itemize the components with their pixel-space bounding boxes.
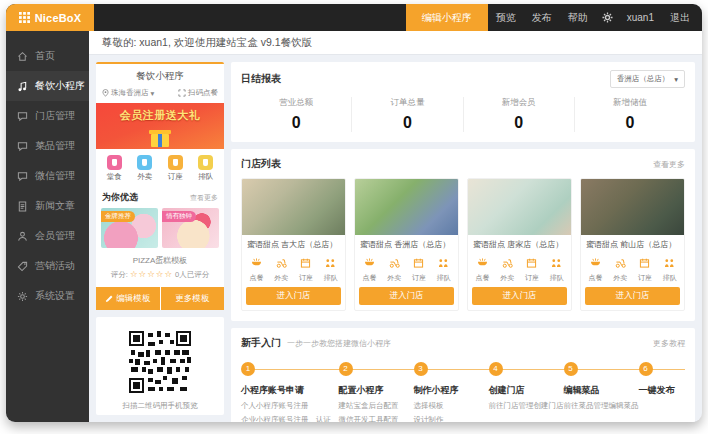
sidebar-item-restaurant-miniprogram[interactable]: 餐饮小程序 xyxy=(6,71,89,101)
location-pin-icon xyxy=(102,89,109,97)
step-number-badge: 4 xyxy=(489,362,503,376)
product-image-cake[interactable]: 情有独钟 xyxy=(162,208,219,248)
store-feature-order[interactable]: 点餐 xyxy=(357,254,382,283)
stores-title: 门店列表 xyxy=(241,157,281,171)
location-selector[interactable]: 珠海香洲店 ▾ xyxy=(102,88,154,98)
gear-icon xyxy=(602,12,613,23)
scan-icon xyxy=(178,89,186,97)
queue-people-icon xyxy=(438,258,449,268)
logout-link[interactable]: 退出 xyxy=(662,4,702,31)
report-title: 日结报表 xyxy=(241,72,281,86)
tag-icon xyxy=(17,261,28,272)
edit-template-button[interactable]: 编辑模板 xyxy=(96,287,160,310)
step-link[interactable]: 建站宝盒后台配置 xyxy=(339,401,414,411)
guide-step-3: 3 制作小程序 选择模板 设计制作 xyxy=(414,362,489,422)
picks-more-link[interactable]: 查看更多 xyxy=(190,193,218,203)
phone-preview-card: 餐饮小程序 珠海香洲店 ▾ 扫码点餐 xyxy=(96,62,224,310)
scan-order-button[interactable]: 扫码点餐 xyxy=(178,88,218,98)
feature-queue[interactable]: 排队 xyxy=(191,155,222,182)
feature-dine-in[interactable]: 堂食 xyxy=(99,155,130,182)
chat-bubble-icon xyxy=(17,171,28,182)
queue-people-icon xyxy=(664,258,675,268)
step-link[interactable]: 前往门店管理创建门店 xyxy=(489,401,564,411)
chevron-down-icon: ▾ xyxy=(151,89,155,98)
guide-steps: 1 小程序账号申请 个人小程序账号注册 企业小程序账号注册、认证 微信公众号注册… xyxy=(241,362,685,422)
sidebar-item-news-articles[interactable]: 新闻文章 xyxy=(6,191,89,221)
music-note-icon xyxy=(17,81,28,92)
publish-link[interactable]: 发布 xyxy=(524,4,560,31)
step-number-badge: 2 xyxy=(339,362,353,376)
step-link[interactable]: 个人小程序账号注册 xyxy=(241,401,339,411)
store-feature-takeout[interactable]: 外卖 xyxy=(382,254,407,283)
sidebar-item-store-management[interactable]: 门店管理 xyxy=(6,101,89,131)
getting-started-card: 新手入门 一步一步教您搭建微信小程序 更多教程 1 小程序账号申请 个人小程序账… xyxy=(231,328,695,422)
settings-gear-button[interactable] xyxy=(596,4,619,31)
store-list-card: 门店列表 查看更多 蜜语甜点 吉大店（总店） 点餐 外卖 xyxy=(231,149,695,321)
more-tutorials-link[interactable]: 更多教程 xyxy=(653,338,685,349)
logo[interactable]: NiceBoX xyxy=(6,4,94,31)
store-feature-takeout[interactable]: 外卖 xyxy=(495,254,520,283)
template-rating: 评分: ☆☆☆☆☆ 0人已评分 xyxy=(96,269,224,280)
queue-people-icon xyxy=(551,258,562,268)
feature-reserve[interactable]: 订座 xyxy=(160,155,191,182)
step-link[interactable]: 前往菜品管理编辑菜品 xyxy=(564,401,639,411)
store-feature-reserve[interactable]: 订座 xyxy=(633,254,658,283)
enter-store-button[interactable]: 进入门店 xyxy=(359,287,454,305)
guide-step-2: 2 配置小程序 建站宝盒后台配置 微信开发工具配置 xyxy=(339,362,414,422)
bowl-icon xyxy=(251,258,262,268)
chevron-down-icon: ▾ xyxy=(674,75,678,84)
store-photo xyxy=(242,179,345,235)
edit-miniprogram-tab[interactable]: 编辑小程序 xyxy=(406,4,488,31)
stat-total-orders: 订单总量 0 xyxy=(351,97,462,132)
topbar-right: 编辑小程序 预览 发布 帮助 xuan1 退出 xyxy=(406,4,702,31)
store-feature-order[interactable]: 点餐 xyxy=(244,254,269,283)
store-feature-reserve[interactable]: 订座 xyxy=(520,254,545,283)
qr-code xyxy=(129,331,191,393)
calendar-icon xyxy=(526,258,537,268)
step-link[interactable]: 企业小程序账号注册、认证 xyxy=(241,415,339,422)
store-feature-queue[interactable]: 排队 xyxy=(431,254,456,283)
topbar: NiceBoX 编辑小程序 预览 发布 帮助 xuan1 退出 xyxy=(6,4,702,31)
more-templates-button[interactable]: 更多模板 xyxy=(161,287,225,310)
sidebar-item-wechat-management[interactable]: 微信管理 xyxy=(6,161,89,191)
promo-banner[interactable]: 会员注册送大礼 xyxy=(96,103,224,149)
sidebar-item-system-settings[interactable]: 系统设置 xyxy=(6,281,89,311)
sidebar: 首页 餐饮小程序 门店管理 菜品管理 微信管理 新闻文章 xyxy=(6,31,89,422)
store-feature-takeout[interactable]: 外卖 xyxy=(269,254,294,283)
enter-store-button[interactable]: 进入门店 xyxy=(472,287,567,305)
store-feature-order[interactable]: 点餐 xyxy=(470,254,495,283)
step-link[interactable]: 微信开发工具配置 xyxy=(339,415,414,422)
bowl-icon xyxy=(364,258,375,268)
scooter-icon xyxy=(276,258,287,268)
stores-more-link[interactable]: 查看更多 xyxy=(653,159,685,170)
step-link[interactable]: 设计制作 xyxy=(414,415,489,422)
store-feature-queue[interactable]: 排队 xyxy=(657,254,682,283)
preview-link[interactable]: 预览 xyxy=(488,4,524,31)
preview-title: 餐饮小程序 xyxy=(96,64,224,88)
guide-title: 新手入门 xyxy=(241,336,281,350)
sidebar-item-home[interactable]: 首页 xyxy=(6,41,89,71)
store-feature-order[interactable]: 点餐 xyxy=(583,254,608,283)
store-feature-reserve[interactable]: 订座 xyxy=(407,254,432,283)
enter-store-button[interactable]: 进入门店 xyxy=(246,287,341,305)
store-feature-queue[interactable]: 排队 xyxy=(318,254,343,283)
step-number-badge: 5 xyxy=(564,362,578,376)
username-menu[interactable]: xuan1 xyxy=(619,4,662,31)
sidebar-item-marketing-activities[interactable]: 营销活动 xyxy=(6,251,89,281)
help-link[interactable]: 帮助 xyxy=(560,4,596,31)
feature-takeout[interactable]: 外卖 xyxy=(130,155,161,182)
product-image-cupcake[interactable]: 金牌推荐 xyxy=(101,208,158,248)
banner-text: 会员注册送大礼 xyxy=(120,108,201,123)
store-select-dropdown[interactable]: 香洲店（总店） ▾ xyxy=(610,70,685,88)
step-link[interactable]: 选择模板 xyxy=(414,401,489,411)
sidebar-item-member-management[interactable]: 会员管理 xyxy=(6,221,89,251)
stat-total-revenue: 营业总额 0 xyxy=(241,97,351,132)
store-feature-queue[interactable]: 排队 xyxy=(544,254,569,283)
store-feature-reserve[interactable]: 订座 xyxy=(294,254,319,283)
star-rating-icons[interactable]: ☆☆☆☆☆ xyxy=(130,269,173,279)
store-feature-takeout[interactable]: 外卖 xyxy=(608,254,633,283)
sidebar-item-dish-management[interactable]: 菜品管理 xyxy=(6,131,89,161)
template-name: PIZZA蛋糕模板 xyxy=(96,255,224,266)
guide-step-5: 5 编辑菜品 前往菜品管理编辑菜品 xyxy=(564,362,639,422)
enter-store-button[interactable]: 进入门店 xyxy=(585,287,680,305)
